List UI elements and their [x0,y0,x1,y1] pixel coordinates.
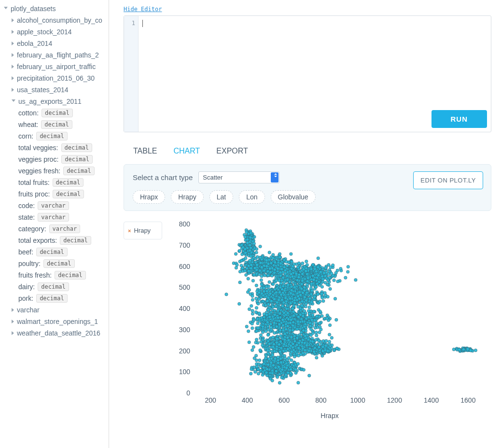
sql-editor[interactable]: 1 RUN [124,15,491,132]
svg-point-2452 [304,322,306,325]
tree-table-item[interactable]: usa_states_2014 [4,84,109,96]
tree-table-item[interactable]: us_ag_exports_2011 [4,96,109,107]
svg-point-1753 [323,292,326,294]
svg-point-2345 [247,330,250,333]
svg-point-1807 [260,292,263,295]
tree-table-item[interactable]: february_us_airport_traffic [4,61,109,72]
svg-point-1181 [290,273,292,276]
tree-field-item[interactable]: veggies proc:decimal [4,154,109,165]
caret-right-icon [12,53,14,57]
hide-editor-link[interactable]: Hide Editor [124,6,491,13]
tree-table-item[interactable]: weather_data_seattle_2016 [4,327,109,339]
column-pill[interactable]: Hrapy [171,190,203,204]
svg-point-3012 [255,338,258,341]
svg-point-2285 [312,310,315,313]
svg-point-3051 [266,334,269,336]
svg-point-3471 [270,361,273,364]
legend-box[interactable]: × Hrapy [124,222,162,239]
svg-point-2438 [261,325,264,328]
tree-field-item[interactable]: total fruits:decimal [4,177,109,188]
svg-point-617 [253,273,256,276]
svg-point-1186 [305,269,307,272]
tree-root-item[interactable]: plotly_datasets [4,3,109,14]
field-name: veggies fresh: [18,167,60,175]
svg-point-633 [250,267,252,270]
svg-point-1028 [317,257,320,260]
chart-type-select-wrap[interactable]: Scatter [198,171,279,183]
tree-field-item[interactable]: beef:decimal [4,246,109,258]
column-pill[interactable]: Lat [209,190,233,204]
tree-field-item[interactable]: veggies fresh:decimal [4,165,109,177]
tab-export[interactable]: EXPORT [216,147,248,155]
svg-point-596 [260,266,263,268]
column-pill[interactable]: Hrapx [133,190,165,204]
tree-field-item[interactable]: total veggies:decimal [4,142,109,154]
svg-point-434 [256,255,259,258]
svg-point-3369 [271,353,274,356]
svg-point-3167 [297,381,300,384]
chart-type-label: Select a chart type [133,173,193,182]
svg-point-2525 [278,319,281,322]
legend-remove-icon[interactable]: × [128,228,131,234]
tree-field-item[interactable]: dairy:decimal [4,281,109,293]
tab-chart[interactable]: CHART [174,147,200,155]
svg-point-2532 [299,313,302,316]
field-type-chip: decimal [53,190,84,198]
chart-config-panel: Select a chart type Scatter EDIT ON PLOT… [124,164,491,211]
svg-point-2524 [258,312,261,315]
tree-table-item[interactable]: alcohol_consumption_by_co [4,14,109,26]
tree-field-item[interactable]: state:varchar [4,211,109,223]
svg-point-3474 [253,357,256,360]
column-pill[interactable]: Lon [239,190,264,204]
tree-table-item[interactable]: varchar [4,304,109,316]
tree-field-item[interactable]: cotton:decimal [4,107,109,119]
column-pills: HrapxHrapyLatLonGlobvalue [133,190,482,204]
svg-point-2840 [325,339,328,342]
svg-point-1567 [260,283,263,286]
svg-point-3455 [280,376,283,379]
svg-point-1110 [270,274,273,277]
svg-point-3138 [290,336,293,338]
tree-field-item[interactable]: corn:decimal [4,130,109,142]
svg-point-1628 [334,297,336,300]
scatter-plot[interactable]: 0100200300400500600700800 20040060080010… [168,222,491,420]
tree-field-item[interactable]: fruits fresh:decimal [4,269,109,281]
svg-point-2514 [286,324,289,327]
svg-point-622 [263,274,266,277]
svg-point-1834 [290,289,293,292]
tree-table-item[interactable]: february_aa_flight_paths_2 [4,49,109,61]
svg-point-1068 [297,262,300,265]
tree-field-item[interactable]: pork:decimal [4,293,109,304]
tree-table-item[interactable]: walmart_store_openings_1 [4,316,109,327]
tree-field-item[interactable]: total exports:decimal [4,235,109,246]
run-button[interactable]: RUN [431,110,487,128]
svg-point-3482 [277,362,279,364]
svg-point-614 [260,279,263,281]
x-tick-label: 1000 [350,396,365,404]
tree-field-item[interactable]: category:varchar [4,223,109,235]
tree-field-item[interactable]: fruits proc:decimal [4,188,109,200]
tree-field-item[interactable]: code:varchar [4,200,109,211]
tree-field-item[interactable]: wheat:decimal [4,119,109,130]
svg-point-188 [249,244,251,247]
tree-table-item[interactable]: precipitation_2015_06_30 [4,72,109,84]
tab-table[interactable]: TABLE [133,147,157,155]
column-pill[interactable]: Globvalue [271,190,316,204]
svg-point-680 [273,271,276,274]
tree-table-item[interactable]: apple_stock_2014 [4,26,109,38]
svg-point-3126 [304,335,306,337]
tree-table-item[interactable]: ebola_2014 [4,38,109,49]
svg-point-2717 [289,329,292,332]
svg-point-1800 [270,299,273,302]
field-type-chip: varchar [38,213,69,222]
svg-point-2535 [328,323,331,326]
edit-on-plotly-button[interactable]: EDIT ON PLOT.LY [413,171,483,189]
caret-right-icon [12,320,14,323]
svg-point-1675 [308,297,311,300]
svg-point-3122 [272,345,275,348]
field-name: cotton: [18,109,39,117]
svg-point-1142 [321,278,324,280]
svg-point-1600 [248,288,250,291]
chart-type-select[interactable]: Scatter [198,171,279,183]
tree-field-item[interactable]: poultry:decimal [4,258,109,269]
